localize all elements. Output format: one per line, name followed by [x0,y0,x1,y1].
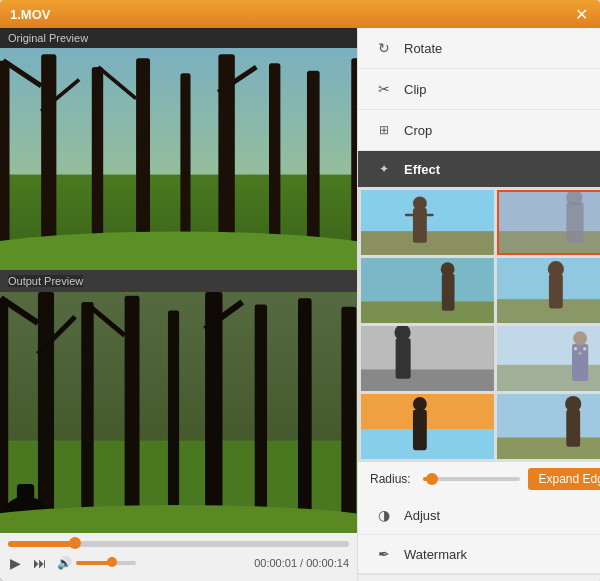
window-title: 1.MOV [10,7,50,22]
svg-rect-3 [0,61,10,270]
expand-edge-button[interactable]: Expand Edge [528,468,600,490]
rotate-icon: ↻ [374,38,394,58]
volume-container: 🔊 [57,556,136,570]
effect-thumb-5[interactable] [361,326,494,391]
watermark-label: Watermark [404,547,467,562]
svg-point-41 [413,197,427,211]
original-preview [0,48,357,270]
svg-point-55 [548,261,564,277]
svg-point-63 [573,331,587,345]
radius-thumb [426,473,438,485]
svg-point-17 [0,232,357,270]
title-bar: 1.MOV ✕ [0,0,600,28]
footer-bar: Apply Restore Cancel [358,574,600,581]
clip-icon: ✂ [374,79,394,99]
original-preview-label: Original Preview [0,28,357,48]
output-forest-svg [0,292,357,534]
adjust-icon: ◑ [374,505,394,525]
volume-fill [76,561,112,565]
bottom-tools: ◑ Adjust ✒ Watermark [358,496,600,574]
adjust-tool[interactable]: ◑ Adjust [358,496,600,535]
svg-point-71 [413,397,427,411]
effect-grid: Blur [358,187,600,462]
rotate-tool[interactable]: ↻ Rotate [358,28,600,69]
svg-point-75 [565,396,581,412]
crop-label: Crop [404,123,432,138]
effect-thumb-8[interactable] [497,394,600,459]
right-panel: ↻ Rotate ✂ Clip ⊞ Crop ✦ Effect [357,28,600,581]
svg-rect-54 [549,274,563,309]
svg-rect-40 [413,208,427,243]
crop-icon: ⊞ [374,120,394,140]
volume-thumb [107,557,117,567]
volume-slider[interactable] [76,561,136,565]
clip-label: Clip [404,82,426,97]
crop-tool[interactable]: ⊞ Crop [358,110,600,151]
controls-bar: ▶ ⏭ 🔊 00:00:01 / 00:00:14 [0,533,357,581]
svg-point-65 [578,352,581,355]
radius-slider[interactable] [423,477,520,481]
watermark-tool[interactable]: ✒ Watermark [358,535,600,574]
effect-icon: ✦ [374,159,394,179]
app-window: 1.MOV ✕ Original Preview [0,0,600,581]
skip-button[interactable]: ⏭ [31,553,49,573]
svg-rect-69 [361,429,494,459]
svg-rect-11 [351,58,357,269]
progress-bar-fill [8,541,76,547]
effect-thumb-2[interactable]: Blur [497,190,600,255]
svg-rect-21 [0,298,8,533]
svg-rect-74 [566,410,580,447]
svg-rect-27 [255,304,267,533]
volume-icon: 🔊 [57,556,72,570]
svg-rect-28 [298,298,312,533]
radius-fill [423,477,433,481]
output-preview-label: Output Preview [8,275,83,287]
output-preview-label-bar: Output Preview [0,270,357,292]
svg-rect-68 [361,394,494,429]
svg-point-51 [441,262,455,276]
original-preview-section: Original Preview [0,28,357,270]
output-preview [0,292,357,534]
time-display: 00:00:01 / 00:00:14 [254,557,349,569]
svg-rect-73 [497,437,600,459]
svg-rect-46 [566,202,583,242]
effect-thumb-7[interactable] [361,394,494,459]
original-forest-svg [0,48,357,270]
svg-rect-70 [413,410,427,450]
left-panel: Original Preview [0,28,357,581]
svg-rect-49 [361,301,494,323]
svg-point-47 [566,190,582,206]
svg-point-66 [583,347,586,350]
svg-rect-25 [168,310,179,533]
svg-rect-39 [361,231,494,255]
clip-tool[interactable]: ✂ Clip [358,69,600,110]
svg-rect-29 [341,306,356,533]
effect-thumb-3[interactable] [361,258,494,323]
effect-label: Effect [404,162,440,177]
effect-tool[interactable]: ✦ Effect [358,151,600,187]
effect-thumb-1[interactable] [361,190,494,255]
progress-thumb [69,537,81,549]
svg-rect-43 [424,214,433,216]
svg-rect-57 [361,369,494,391]
svg-rect-58 [396,338,411,378]
rotate-label: Rotate [404,41,442,56]
svg-rect-50 [442,274,455,311]
effect-thumb-6[interactable] [497,326,600,391]
watermark-icon: ✒ [374,544,394,564]
tools-list: ↻ Rotate ✂ Clip ⊞ Crop [358,28,600,151]
svg-rect-53 [497,299,600,323]
progress-bar-container[interactable] [8,541,349,547]
radius-row: Radius: Expand Edge [358,462,600,496]
svg-rect-24 [125,295,140,533]
play-button[interactable]: ▶ [8,553,23,573]
close-button[interactable]: ✕ [572,5,590,23]
svg-rect-23 [81,301,93,533]
main-content: Original Preview [0,28,600,581]
adjust-label: Adjust [404,508,440,523]
effect-thumb-4[interactable] [497,258,600,323]
svg-rect-42 [405,214,414,216]
svg-rect-45 [497,231,600,255]
svg-point-37 [0,505,357,533]
radius-label: Radius: [370,472,415,486]
